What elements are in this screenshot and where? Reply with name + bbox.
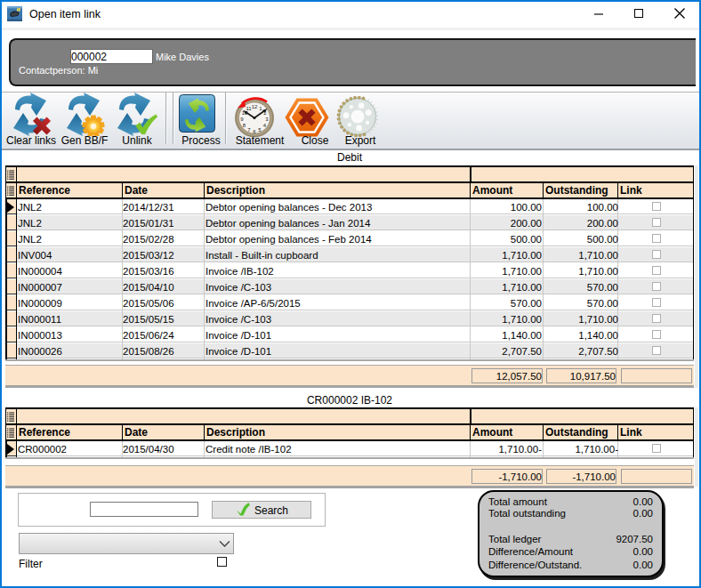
svg-text:11: 11 <box>246 106 252 111</box>
svg-text:12: 12 <box>252 104 258 109</box>
